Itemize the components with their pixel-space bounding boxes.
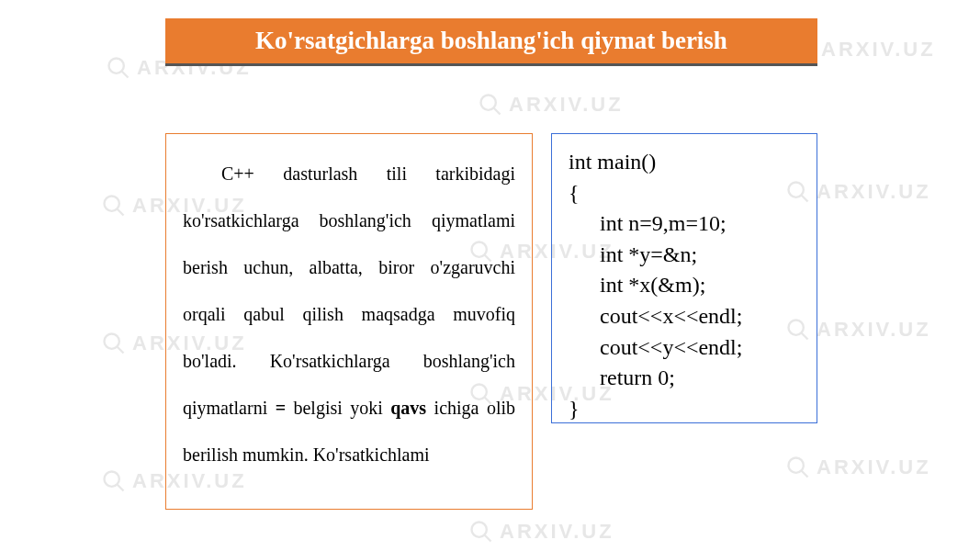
- code-line: int *x(&m);: [569, 270, 800, 301]
- svg-line-21: [802, 471, 808, 478]
- svg-line-13: [118, 347, 124, 354]
- svg-line-7: [118, 209, 124, 216]
- svg-point-22: [472, 523, 487, 537]
- code-line: int n=9,m=10;: [569, 208, 800, 240]
- watermark-text: ARXIV.UZ: [817, 455, 931, 479]
- code-box: int main() { int n=9,m=10; int *y=&n; in…: [551, 133, 817, 423]
- svg-line-19: [118, 485, 124, 491]
- code-line: }: [569, 394, 800, 425]
- para-text: belgisi yoki: [286, 398, 390, 418]
- watermark-text: ARXIV.UZ: [500, 520, 614, 544]
- page-title: Ko'rsatgichlarga boshlang'ich qiymat ber…: [255, 27, 727, 55]
- watermark: ARXIV.UZ: [785, 455, 931, 480]
- code-line: int main(): [569, 147, 800, 178]
- svg-point-0: [109, 59, 124, 73]
- para-bold-qavs: qavs: [390, 398, 426, 418]
- header-banner: Ko'rsatgichlarga boshlang'ich qiymat ber…: [165, 18, 817, 66]
- svg-line-23: [485, 535, 491, 542]
- svg-point-18: [105, 472, 119, 487]
- watermark-text: ARXIV.UZ: [817, 318, 931, 342]
- code-line: cout<<x<<endl;: [569, 301, 800, 332]
- svg-line-1: [122, 72, 129, 78]
- code-line: {: [569, 178, 800, 209]
- svg-point-20: [789, 458, 804, 473]
- para-bold-equals: =: [276, 398, 286, 418]
- description-paragraph: C++ dasturlash tili tarkibidagi ko'rsatk…: [183, 151, 515, 478]
- code-line: return 0;: [569, 363, 800, 394]
- svg-point-12: [105, 334, 119, 349]
- svg-point-6: [105, 197, 119, 211]
- description-box: C++ dasturlash tili tarkibidagi ko'rsatk…: [165, 133, 533, 510]
- watermark: ARXIV.UZ: [468, 519, 614, 545]
- para-text: C++ dasturlash tili tarkibidagi ko'rsatk…: [183, 163, 515, 418]
- watermark-text: ARXIV.UZ: [817, 180, 931, 204]
- svg-line-5: [494, 108, 501, 115]
- code-line: int *y=&n;: [569, 240, 800, 271]
- code-line: cout<<y<<endl;: [569, 332, 800, 364]
- watermark-text: ARXIV.UZ: [821, 38, 936, 62]
- svg-point-4: [481, 96, 496, 110]
- watermark: ARXIV.UZ: [478, 92, 624, 118]
- watermark-text: ARXIV.UZ: [509, 93, 624, 117]
